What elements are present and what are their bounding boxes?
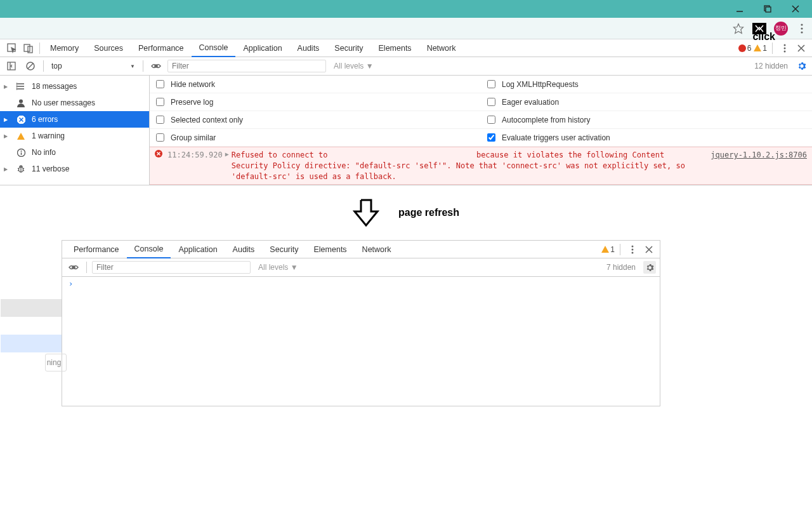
checkbox[interactable] [487,116,495,124]
console-prompt[interactable]: › [62,277,660,291]
info-icon [15,149,27,157]
profile-avatar[interactable]: 정민 [774,22,788,36]
minimize-button[interactable] [726,0,754,18]
console-sidebar: ▶18 messagesNo user messages▶6 errors▶1 … [0,76,150,185]
expand-caret-icon[interactable]: ▶ [4,117,10,123]
checkbox[interactable] [156,133,164,142]
bug-icon [15,164,27,173]
devtools-panel-after: PerformanceConsoleApplicationAuditsSecur… [62,240,660,406]
gear-icon[interactable] [796,60,808,72]
sidebar-item-label: 18 messages [32,82,77,91]
tab-audits[interactable]: Audits [290,39,327,57]
tab-audits[interactable]: Audits [225,241,263,258]
annotation-arrow: page refresh [0,185,812,240]
tab-application[interactable]: Application [235,39,289,57]
option-selected-context-only[interactable]: Selected context only [150,111,481,129]
sidebar-item-label: No info [32,148,56,157]
hidden-count-after[interactable]: 7 hidden [606,263,636,272]
context-selector[interactable]: top ▼ [49,60,138,72]
svg-point-12 [784,44,786,46]
tab-memory[interactable]: Memory [43,39,86,57]
svg-line-37 [18,168,19,169]
console-options: Hide networkLog XMLHttpRequestsPreserve … [150,76,812,147]
tab-network[interactable]: Network [419,39,464,57]
option-preserve-log[interactable]: Preserve log [150,93,481,111]
device-toggle-icon[interactable] [20,39,37,57]
tab-application[interactable]: Application [171,241,225,258]
svg-point-14 [784,50,786,52]
checkbox[interactable] [156,116,164,124]
sidebar-item-bug[interactable]: ▶11 verbose [0,161,149,177]
gear-icon-after[interactable] [643,261,656,274]
filter-input[interactable] [167,60,326,72]
warning-counter[interactable]: 1 [754,44,767,53]
option-evaluate-triggers-user-activation[interactable]: Evaluate triggers user activation [481,129,812,147]
checkbox[interactable] [156,80,164,88]
sidebar-item-label: No user messages [32,98,95,107]
tab-network[interactable]: Network [355,241,399,258]
svg-line-38 [18,170,19,171]
option-group-similar[interactable]: Group similar [150,129,481,147]
clear-console-icon[interactable] [23,58,38,74]
maximize-button[interactable] [754,0,782,18]
levels-selector-after[interactable]: All levels ▼ [258,263,298,272]
tab-elements[interactable]: Elements [371,39,419,57]
tab-console[interactable]: Console [127,241,171,258]
option-hide-network[interactable]: Hide network [150,76,481,93]
tab-elements[interactable]: Elements [306,241,355,258]
filter-input-after[interactable] [92,261,251,274]
error-counter[interactable]: 6 [738,44,752,53]
option-eager-evaluation[interactable]: Eager evaluation [481,93,812,111]
console-error-row[interactable]: 11:24:59.920 ▶ Refused to connect to bec… [150,147,812,185]
svg-point-6 [801,23,802,25]
option-log-xmlhttprequests[interactable]: Log XMLHttpRequests [481,76,812,93]
close-button[interactable] [782,0,809,18]
svg-point-7 [801,27,802,29]
expand-caret-icon[interactable]: ▶ [4,84,10,90]
checkbox[interactable] [156,98,164,106]
hidden-count[interactable]: 12 hidden [754,62,788,70]
warn-icon [15,133,27,140]
tab-sources[interactable]: Sources [86,39,131,57]
checkbox[interactable] [487,133,495,142]
warning-counter-after[interactable]: 1 [601,245,615,254]
svg-point-21 [155,65,157,67]
tab-performance[interactable]: Performance [131,39,192,57]
devtools-close-icon[interactable] [794,41,808,55]
tab-console[interactable]: Console [192,39,236,57]
sidebar-item-list[interactable]: ▶18 messages [0,78,149,95]
checkbox[interactable] [487,80,495,88]
svg-point-45 [632,248,634,250]
svg-point-46 [632,251,634,253]
star-icon[interactable] [732,22,745,35]
sidebar-item-info[interactable]: No info [0,144,149,161]
live-expression-icon[interactable] [148,58,164,74]
tab-security[interactable]: Security [262,241,306,258]
devtools-menu-icon[interactable] [778,41,792,55]
console-toolbar-after: All levels ▼ 7 hidden [62,258,660,277]
tab-security[interactable]: Security [327,39,370,57]
devtools-close-icon-after[interactable] [642,243,656,257]
devtools-menu-icon-after[interactable] [625,243,639,257]
expand-caret-icon[interactable]: ▶ [4,166,10,172]
browser-menu-icon[interactable] [796,22,808,35]
checkbox[interactable] [487,98,495,106]
inspect-icon[interactable] [4,39,20,57]
live-expression-icon-after[interactable] [66,260,81,275]
partial-row [1,299,62,317]
error-source-link[interactable]: jquery-1.10.2.js:8706 [710,150,807,161]
sidebar-item-warn[interactable]: ▶1 warning [0,128,149,144]
devtools-tabs-bar-after: PerformanceConsoleApplicationAuditsSecur… [62,241,660,258]
expand-caret-icon[interactable]: ▶ [225,150,229,159]
option-autocomplete-from-history[interactable]: Autocomplete from history [481,111,812,129]
sidebar-toggle-icon[interactable] [4,58,19,74]
prompt-caret: › [69,279,73,288]
tab-performance[interactable]: Performance [66,241,127,258]
expand-caret-icon[interactable]: ▶ [4,133,10,139]
svg-line-40 [23,170,24,171]
chevron-down-icon: ▼ [130,64,135,69]
sidebar-item-error[interactable]: ▶6 errors [0,111,149,128]
sidebar-item-user[interactable]: No user messages [0,95,149,111]
svg-point-8 [801,31,802,33]
levels-selector[interactable]: All levels ▼ [334,62,374,70]
